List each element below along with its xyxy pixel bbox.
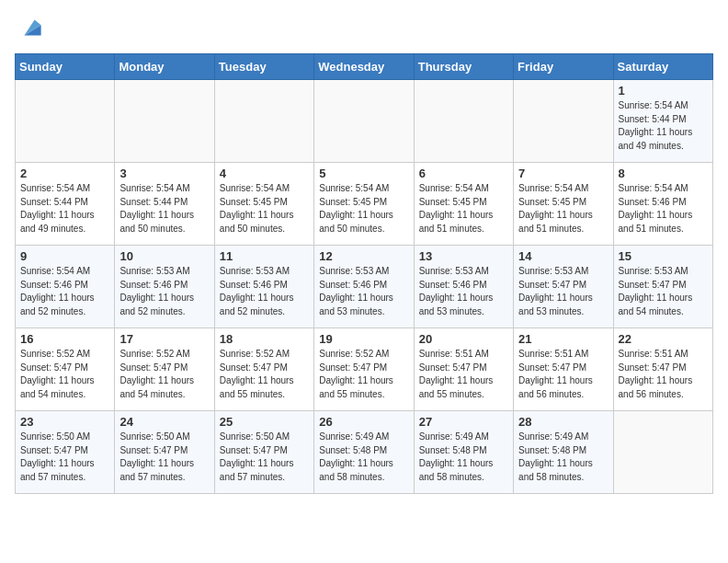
weekday-header-sunday: Sunday [16, 54, 115, 80]
day-info: Sunrise: 5:49 AMSunset: 5:48 PMDaylight:… [419, 431, 508, 484]
calendar-cell: 24Sunrise: 5:50 AMSunset: 5:47 PMDayligh… [115, 411, 214, 494]
weekday-header-monday: Monday [115, 54, 214, 80]
calendar-body: 1Sunrise: 5:54 AMSunset: 5:44 PMDaylight… [16, 80, 713, 494]
calendar-cell: 2Sunrise: 5:54 AMSunset: 5:44 PMDaylight… [16, 163, 115, 246]
calendar-cell: 3Sunrise: 5:54 AMSunset: 5:44 PMDaylight… [115, 163, 214, 246]
day-info: Sunrise: 5:51 AMSunset: 5:47 PMDaylight:… [419, 348, 508, 401]
calendar-cell: 17Sunrise: 5:52 AMSunset: 5:47 PMDayligh… [115, 328, 214, 411]
day-info: Sunrise: 5:53 AMSunset: 5:47 PMDaylight:… [619, 265, 708, 318]
calendar-cell: 7Sunrise: 5:54 AMSunset: 5:45 PMDaylight… [514, 163, 613, 246]
day-number: 15 [619, 249, 708, 263]
day-number: 22 [619, 332, 708, 346]
calendar-week-5: 23Sunrise: 5:50 AMSunset: 5:47 PMDayligh… [16, 411, 713, 494]
day-info: Sunrise: 5:51 AMSunset: 5:47 PMDaylight:… [619, 348, 708, 401]
calendar-cell: 19Sunrise: 5:52 AMSunset: 5:47 PMDayligh… [314, 328, 414, 411]
calendar-cell: 8Sunrise: 5:54 AMSunset: 5:46 PMDaylight… [613, 163, 712, 246]
day-number: 21 [518, 332, 608, 346]
day-info: Sunrise: 5:54 AMSunset: 5:44 PMDaylight:… [20, 182, 109, 236]
day-number: 6 [419, 167, 508, 180]
calendar-cell: 27Sunrise: 5:49 AMSunset: 5:48 PMDayligh… [414, 411, 513, 494]
day-info: Sunrise: 5:53 AMSunset: 5:46 PMDaylight:… [319, 265, 408, 318]
day-info: Sunrise: 5:52 AMSunset: 5:47 PMDaylight:… [20, 348, 109, 401]
day-info: Sunrise: 5:49 AMSunset: 5:48 PMDaylight:… [319, 431, 408, 484]
day-number: 25 [220, 415, 309, 429]
calendar-cell: 9Sunrise: 5:54 AMSunset: 5:46 PMDaylight… [16, 246, 115, 328]
calendar-cell: 14Sunrise: 5:53 AMSunset: 5:47 PMDayligh… [514, 246, 613, 328]
day-info: Sunrise: 5:52 AMSunset: 5:47 PMDaylight:… [119, 348, 209, 401]
day-number: 4 [220, 167, 309, 180]
weekday-header-thursday: Thursday [414, 54, 513, 80]
calendar-cell: 26Sunrise: 5:49 AMSunset: 5:48 PMDayligh… [314, 411, 414, 494]
day-info: Sunrise: 5:54 AMSunset: 5:44 PMDaylight:… [119, 182, 209, 236]
day-info: Sunrise: 5:53 AMSunset: 5:46 PMDaylight:… [220, 265, 309, 318]
calendar-cell: 25Sunrise: 5:50 AMSunset: 5:47 PMDayligh… [214, 411, 313, 494]
day-number: 11 [220, 249, 309, 263]
day-info: Sunrise: 5:51 AMSunset: 5:47 PMDaylight:… [518, 348, 608, 401]
calendar-cell: 22Sunrise: 5:51 AMSunset: 5:47 PMDayligh… [613, 328, 712, 411]
day-info: Sunrise: 5:54 AMSunset: 5:45 PMDaylight:… [220, 182, 309, 236]
calendar-cell: 15Sunrise: 5:53 AMSunset: 5:47 PMDayligh… [613, 246, 712, 328]
calendar-week-1: 1Sunrise: 5:54 AMSunset: 5:44 PMDaylight… [16, 80, 713, 163]
calendar-cell [214, 80, 313, 163]
logo [15, 15, 42, 44]
day-info: Sunrise: 5:54 AMSunset: 5:46 PMDaylight:… [20, 265, 109, 318]
calendar-week-2: 2Sunrise: 5:54 AMSunset: 5:44 PMDaylight… [16, 163, 713, 246]
calendar-cell: 1Sunrise: 5:54 AMSunset: 5:44 PMDaylight… [613, 80, 712, 163]
day-number: 10 [119, 249, 209, 263]
weekday-header-row: SundayMondayTuesdayWednesdayThursdayFrid… [16, 54, 713, 80]
calendar-cell: 21Sunrise: 5:51 AMSunset: 5:47 PMDayligh… [514, 328, 613, 411]
calendar-week-3: 9Sunrise: 5:54 AMSunset: 5:46 PMDaylight… [16, 246, 713, 328]
calendar-cell [314, 80, 414, 163]
calendar-cell: 4Sunrise: 5:54 AMSunset: 5:45 PMDaylight… [214, 163, 313, 246]
weekday-header-tuesday: Tuesday [214, 54, 313, 80]
day-info: Sunrise: 5:53 AMSunset: 5:47 PMDaylight:… [518, 265, 608, 318]
day-number: 13 [419, 249, 508, 263]
day-number: 26 [319, 415, 408, 429]
day-number: 1 [619, 84, 708, 98]
day-number: 23 [20, 415, 109, 429]
day-number: 5 [319, 167, 408, 180]
day-number: 9 [20, 249, 109, 263]
calendar-cell [613, 411, 712, 494]
day-info: Sunrise: 5:50 AMSunset: 5:47 PMDaylight:… [20, 431, 109, 484]
day-number: 28 [518, 415, 608, 429]
day-info: Sunrise: 5:54 AMSunset: 5:45 PMDaylight:… [419, 182, 508, 236]
calendar-cell: 16Sunrise: 5:52 AMSunset: 5:47 PMDayligh… [16, 328, 115, 411]
calendar-cell: 10Sunrise: 5:53 AMSunset: 5:46 PMDayligh… [115, 246, 214, 328]
day-info: Sunrise: 5:52 AMSunset: 5:47 PMDaylight:… [220, 348, 309, 401]
calendar-cell: 12Sunrise: 5:53 AMSunset: 5:46 PMDayligh… [314, 246, 414, 328]
day-number: 8 [619, 167, 708, 180]
calendar-cell: 11Sunrise: 5:53 AMSunset: 5:46 PMDayligh… [214, 246, 313, 328]
calendar-week-4: 16Sunrise: 5:52 AMSunset: 5:47 PMDayligh… [16, 328, 713, 411]
weekday-header-saturday: Saturday [613, 54, 712, 80]
day-info: Sunrise: 5:49 AMSunset: 5:48 PMDaylight:… [518, 431, 608, 484]
day-number: 14 [518, 249, 608, 263]
logo-icon [17, 15, 42, 40]
day-number: 17 [119, 332, 209, 346]
day-info: Sunrise: 5:54 AMSunset: 5:45 PMDaylight:… [319, 182, 408, 236]
calendar-table: SundayMondayTuesdayWednesdayThursdayFrid… [15, 53, 713, 494]
day-info: Sunrise: 5:50 AMSunset: 5:47 PMDaylight:… [119, 431, 209, 484]
day-number: 19 [319, 332, 408, 346]
day-info: Sunrise: 5:50 AMSunset: 5:47 PMDaylight:… [220, 431, 309, 484]
calendar-cell: 28Sunrise: 5:49 AMSunset: 5:48 PMDayligh… [514, 411, 613, 494]
day-number: 2 [20, 167, 109, 180]
day-number: 12 [319, 249, 408, 263]
calendar-cell [16, 80, 115, 163]
day-number: 20 [419, 332, 508, 346]
page-header [15, 15, 713, 44]
calendar-cell: 5Sunrise: 5:54 AMSunset: 5:45 PMDaylight… [314, 163, 414, 246]
day-number: 7 [518, 167, 608, 180]
calendar-cell: 23Sunrise: 5:50 AMSunset: 5:47 PMDayligh… [16, 411, 115, 494]
calendar-cell [514, 80, 613, 163]
day-number: 3 [119, 167, 209, 180]
day-info: Sunrise: 5:54 AMSunset: 5:44 PMDaylight:… [619, 99, 708, 153]
calendar-cell: 13Sunrise: 5:53 AMSunset: 5:46 PMDayligh… [414, 246, 513, 328]
calendar-header: SundayMondayTuesdayWednesdayThursdayFrid… [16, 54, 713, 80]
calendar-cell: 20Sunrise: 5:51 AMSunset: 5:47 PMDayligh… [414, 328, 513, 411]
day-info: Sunrise: 5:54 AMSunset: 5:46 PMDaylight:… [619, 182, 708, 236]
day-number: 27 [419, 415, 508, 429]
day-number: 24 [119, 415, 209, 429]
day-info: Sunrise: 5:54 AMSunset: 5:45 PMDaylight:… [518, 182, 608, 236]
weekday-header-wednesday: Wednesday [314, 54, 414, 80]
